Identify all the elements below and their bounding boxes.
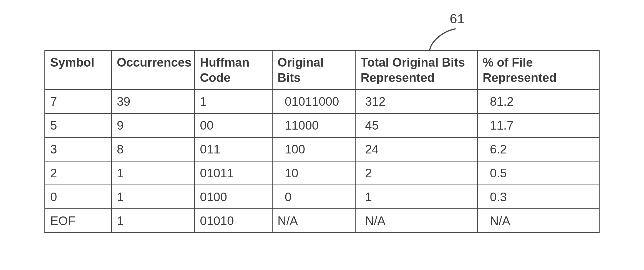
col-header-total-original-bits: Total Original Bits Represented <box>355 51 477 90</box>
cell-huffman: 0100 <box>195 185 272 209</box>
cell-original-bits: 11000 <box>272 113 355 137</box>
cell-occurrences: 8 <box>111 137 195 161</box>
col-header-symbol: Symbol <box>45 51 112 90</box>
cell-original-bits: 10 <box>272 161 355 185</box>
figure-callout-leader-line <box>427 28 461 50</box>
cell-occurrences: 1 <box>111 185 195 209</box>
col-header-percent-file: % of File Represented <box>477 51 599 90</box>
cell-huffman: 00 <box>195 113 272 137</box>
cell-percent-file: 0.5 <box>477 161 599 185</box>
cell-huffman: 1 <box>195 90 272 113</box>
cell-total-original-bits: N/A <box>355 209 477 233</box>
cell-huffman: 011 <box>195 137 272 161</box>
cell-percent-file: 81.2 <box>477 90 599 113</box>
cell-percent-file: 6.2 <box>477 137 599 161</box>
cell-symbol: 3 <box>45 137 112 161</box>
cell-percent-file: N/A <box>477 209 599 233</box>
figure-callout: 61 <box>44 11 600 50</box>
cell-original-bits: 01011000 <box>272 90 355 113</box>
cell-total-original-bits: 2 <box>355 161 477 185</box>
cell-symbol: 7 <box>45 90 112 113</box>
cell-original-bits: 100 <box>272 137 355 161</box>
cell-huffman: 01011 <box>195 161 272 185</box>
col-header-occurrences: Occurrences <box>111 51 195 90</box>
col-header-original-bits: Original Bits <box>272 51 355 90</box>
cell-occurrences: 9 <box>111 113 195 137</box>
cell-symbol: 0 <box>45 185 112 209</box>
cell-total-original-bits: 312 <box>355 90 477 113</box>
col-header-huffman-code: Huffman Code <box>195 51 272 90</box>
cell-original-bits: N/A <box>272 209 355 233</box>
table-row: 7 39 1 01011000 312 81.2 <box>45 90 599 113</box>
cell-occurrences: 1 <box>111 209 195 233</box>
cell-percent-file: 11.7 <box>477 113 599 137</box>
cell-total-original-bits: 24 <box>355 137 477 161</box>
table-row: 3 8 011 100 24 6.2 <box>45 137 599 161</box>
cell-original-bits: 0 <box>272 185 355 209</box>
table-row: 0 1 0100 0 1 0.3 <box>45 185 599 209</box>
table-row: 2 1 01011 10 2 0.5 <box>45 161 599 185</box>
cell-symbol: 2 <box>45 161 112 185</box>
cell-percent-file: 0.3 <box>477 185 599 209</box>
cell-total-original-bits: 1 <box>355 185 477 209</box>
figure-callout-number: 61 <box>450 11 464 26</box>
cell-huffman: 01010 <box>195 209 272 233</box>
cell-symbol: EOF <box>45 209 112 233</box>
cell-occurrences: 1 <box>111 161 195 185</box>
table-row: 5 9 00 11000 45 11.7 <box>45 113 599 137</box>
cell-total-original-bits: 45 <box>355 113 477 137</box>
table-header-row: Symbol Occurrences Huffman Code Original… <box>45 51 599 90</box>
huffman-table: Symbol Occurrences Huffman Code Original… <box>44 50 600 233</box>
cell-occurrences: 39 <box>111 90 195 113</box>
cell-symbol: 5 <box>45 113 112 137</box>
table-row: EOF 1 01010 N/A N/A N/A <box>45 209 599 233</box>
